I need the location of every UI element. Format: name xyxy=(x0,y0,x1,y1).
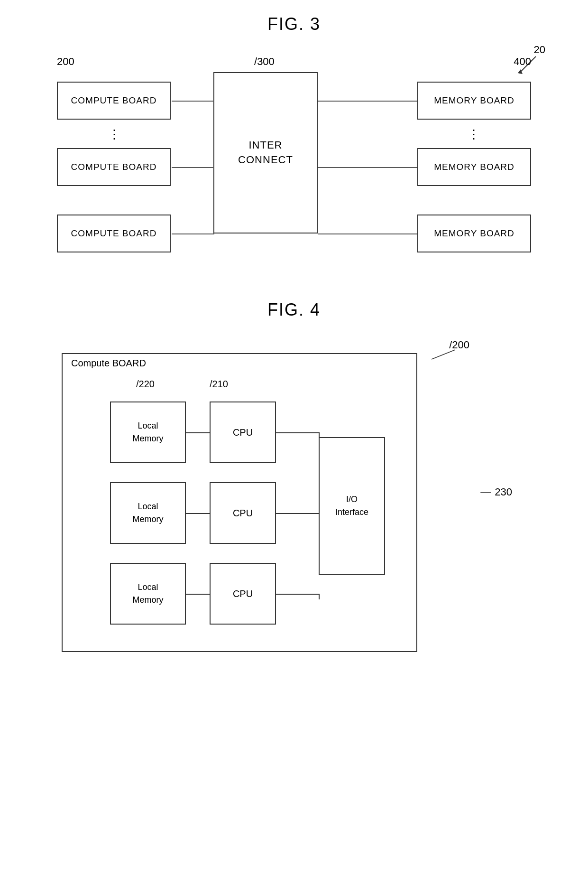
dots-left: ⋮ xyxy=(108,128,120,140)
fig3-diagram: 20 200 /300 400 INTERCONNECT COMPUTE BOA… xyxy=(33,44,555,271)
line-cpu3-right xyxy=(276,594,320,595)
compute-board-outer-label: Compute BOARD xyxy=(71,358,146,369)
memory-board-2: MEMORY BOARD xyxy=(417,148,531,186)
dots-right: ⋮ xyxy=(468,128,480,140)
line-cpu1-right xyxy=(276,432,320,433)
compute-board-3: COMPUTE BOARD xyxy=(57,215,171,252)
line-cb1-to-ic xyxy=(172,101,214,102)
local-memory-1: LocalMemory xyxy=(110,401,186,463)
compute-board-2: COMPUTE BOARD xyxy=(57,148,171,186)
line-cb3-to-ic xyxy=(172,233,214,234)
cpu-2: CPU xyxy=(210,482,276,544)
ref-210-label: /210 xyxy=(210,379,228,390)
local-memory-3: LocalMemory xyxy=(110,563,186,625)
line-ic-to-mb3 xyxy=(318,233,417,234)
cpu-3: CPU xyxy=(210,563,276,625)
io-interface-box: I/OInterface xyxy=(319,437,385,575)
memory-board-3: MEMORY BOARD xyxy=(417,215,531,252)
ref-220-label: /220 xyxy=(136,379,155,390)
ref-200-label: 200 xyxy=(57,56,74,68)
fig4-title: FIG. 4 xyxy=(0,300,588,320)
fig4-ref-200-arrow xyxy=(427,347,465,362)
interconnect-label: INTERCONNECT xyxy=(238,138,293,168)
vline-bottom xyxy=(319,594,320,599)
interconnect-box: INTERCONNECT xyxy=(213,72,318,233)
line-lm3-cpu3 xyxy=(186,594,211,595)
ref-230-label: — 230 xyxy=(480,486,512,498)
ref-300-label: /300 xyxy=(254,56,275,68)
fig4-diagram: /200 Compute BOARD /220 /210 LocalMemory xyxy=(33,339,555,671)
line-cpu2-io xyxy=(276,513,320,514)
line-ic-to-mb2 xyxy=(318,167,417,168)
memory-board-1: MEMORY BOARD xyxy=(417,82,531,120)
line-lm2-cpu2 xyxy=(186,513,211,514)
local-memory-2: LocalMemory xyxy=(110,482,186,544)
compute-board-1: COMPUTE BOARD xyxy=(57,82,171,120)
vline-top xyxy=(319,432,320,438)
ref-400-label: 400 xyxy=(514,56,531,68)
compute-board-outer: Compute BOARD /220 /210 LocalMemory Loca… xyxy=(62,353,417,652)
line-ic-to-mb1 xyxy=(318,101,417,102)
page: FIG. 3 20 200 /300 400 INTERCONNECT COMP xyxy=(0,0,588,887)
line-lm1-cpu1 xyxy=(186,432,211,433)
fig3-title: FIG. 3 xyxy=(0,0,588,34)
line-cb2-to-ic xyxy=(172,167,214,168)
cpu-1: CPU xyxy=(210,401,276,463)
svg-line-2 xyxy=(432,350,455,359)
